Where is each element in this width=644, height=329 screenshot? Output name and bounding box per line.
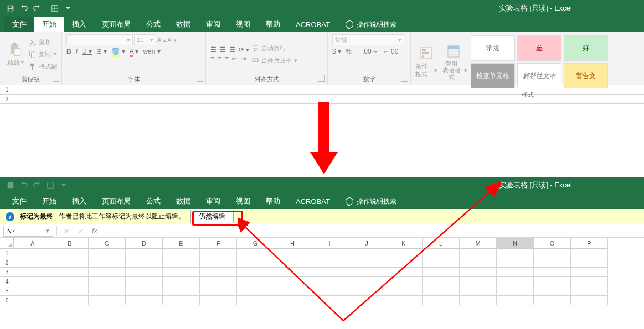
grid-cell[interactable] — [237, 268, 274, 277]
table-format-button[interactable]: 套用 表格格式 ▾ — [440, 34, 467, 90]
formula-bar[interactable] — [104, 226, 644, 237]
grid-cell[interactable] — [274, 258, 311, 268]
col-header[interactable]: A — [14, 238, 51, 249]
col-header[interactable]: H — [274, 238, 311, 249]
grid-cell[interactable] — [348, 249, 385, 258]
accounting-button[interactable]: $ ▾ — [332, 48, 341, 55]
percent-button[interactable]: % — [346, 48, 352, 55]
row-header[interactable]: 6 — [0, 296, 14, 305]
tab-pagelayout[interactable]: 页面布局 — [94, 194, 138, 209]
grid-cell[interactable] — [274, 296, 311, 305]
borders-icon[interactable] — [49, 2, 61, 14]
grid-cell[interactable] — [51, 296, 89, 305]
grid-cell[interactable] — [497, 258, 534, 268]
col-header[interactable]: K — [385, 238, 423, 249]
decrease-font-icon[interactable]: A▾ — [167, 34, 176, 45]
merge-button[interactable]: 合并后居中 ▾ — [251, 55, 297, 66]
grid-cell[interactable] — [571, 258, 608, 268]
style-good[interactable]: 好 — [564, 35, 608, 61]
grid-cell[interactable] — [460, 296, 497, 305]
row-header[interactable]: 3 — [0, 268, 14, 277]
grid-cell[interactable] — [14, 268, 51, 277]
tell-me-search[interactable]: 操作说明搜索 — [338, 17, 404, 32]
border-button[interactable]: ⊞ ▾ — [96, 48, 107, 55]
col-header[interactable]: J — [348, 238, 385, 249]
grid-cell[interactable] — [423, 277, 460, 286]
tab-file[interactable]: 文件 — [4, 194, 34, 209]
tab-help[interactable]: 帮助 — [258, 17, 288, 32]
grid-cell[interactable] — [385, 249, 423, 258]
col-header[interactable]: N — [497, 238, 534, 249]
grid-cell[interactable] — [89, 296, 126, 305]
undo-icon[interactable] — [18, 2, 30, 14]
grid-cell[interactable] — [51, 249, 89, 258]
tab-view[interactable]: 视图 — [228, 17, 258, 32]
row-header[interactable]: 5 — [0, 286, 14, 296]
conditional-format-button[interactable]: 条件格式 ▾ — [415, 34, 437, 90]
align-center-icon[interactable]: ≡ — [218, 55, 221, 62]
copy-button[interactable]: 复制 — [29, 49, 57, 60]
row-header[interactable]: 1 — [0, 249, 14, 258]
qat-dropdown-icon[interactable] — [58, 179, 70, 191]
grid-cell[interactable] — [89, 249, 126, 258]
grid-cell[interactable] — [163, 249, 200, 258]
col-header[interactable]: C — [89, 238, 126, 249]
grid-cell[interactable] — [423, 258, 460, 268]
grid-cell[interactable] — [51, 258, 89, 268]
tab-formulas[interactable]: 公式 — [138, 17, 168, 32]
bold-button[interactable]: B — [66, 48, 71, 55]
grid-cell[interactable] — [534, 258, 571, 268]
font-size-combo[interactable]: 11▾ — [134, 34, 156, 45]
tab-file[interactable]: 文件 — [4, 17, 34, 32]
orientation-icon[interactable]: ⟳ ▾ — [239, 46, 249, 54]
grid-cell[interactable] — [571, 296, 608, 305]
grid-cell[interactable] — [348, 296, 385, 305]
grid-cell[interactable] — [423, 249, 460, 258]
style-bad[interactable]: 差 — [517, 35, 561, 61]
grid-cell[interactable] — [126, 296, 163, 305]
grid-cell[interactable] — [14, 296, 51, 305]
grid-cell[interactable] — [311, 277, 348, 286]
tab-data[interactable]: 数据 — [168, 194, 198, 209]
grid-cell[interactable] — [163, 258, 200, 268]
tab-insert[interactable]: 插入 — [64, 17, 94, 32]
grid-cell[interactable] — [460, 286, 497, 296]
fx-icon[interactable]: fx — [89, 226, 100, 237]
grid-cell[interactable] — [571, 268, 608, 277]
tab-acrobat[interactable]: ACROBAT — [288, 194, 338, 209]
grid-cell[interactable] — [126, 286, 163, 296]
redo-icon[interactable] — [31, 179, 43, 191]
grid-cell[interactable] — [200, 258, 237, 268]
indent-decrease-icon[interactable]: ⇤ — [232, 55, 238, 62]
phonetic-button[interactable]: wén ▾ — [143, 48, 160, 55]
grid-cell[interactable] — [385, 268, 423, 277]
grid-cell[interactable] — [274, 286, 311, 296]
grid-cell[interactable] — [534, 277, 571, 286]
row-header[interactable]: 4 — [0, 277, 14, 286]
grid-cell[interactable] — [311, 249, 348, 258]
borders-icon[interactable] — [44, 179, 56, 191]
grid-cell[interactable] — [14, 277, 51, 286]
grid-cell[interactable] — [163, 286, 200, 296]
cut-button[interactable]: 剪切 — [29, 36, 57, 48]
grid-cell[interactable] — [497, 296, 534, 305]
col-header[interactable]: O — [534, 238, 571, 249]
increase-decimal-icon[interactable]: .00→ — [362, 48, 378, 55]
grid-cell[interactable] — [423, 296, 460, 305]
grid-cell[interactable] — [51, 277, 89, 286]
grid-cell[interactable] — [497, 277, 534, 286]
grid-cell[interactable] — [89, 286, 126, 296]
tab-view[interactable]: 视图 — [228, 194, 258, 209]
grid-cell[interactable] — [571, 249, 608, 258]
tab-home[interactable]: 开始 — [34, 194, 64, 209]
qat-dropdown-icon[interactable] — [62, 2, 74, 14]
grid-cell[interactable] — [348, 258, 385, 268]
grid-cell[interactable] — [237, 249, 274, 258]
edit-anyway-button[interactable]: 仍然编辑 — [190, 210, 234, 223]
grid-cell[interactable] — [89, 268, 126, 277]
grid-cell[interactable] — [163, 268, 200, 277]
align-top-icon[interactable]: ☰ — [210, 46, 217, 54]
grid-cell[interactable] — [163, 296, 200, 305]
align-bottom-icon[interactable]: ☰ — [229, 46, 235, 54]
save-icon[interactable] — [4, 179, 17, 191]
